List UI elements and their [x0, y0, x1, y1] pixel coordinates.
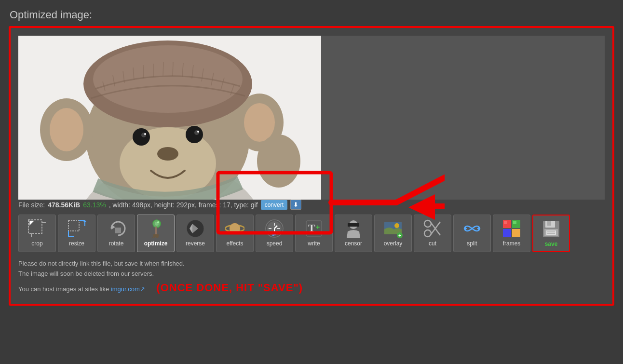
svg-point-13: [144, 133, 146, 135]
svg-line-55: [158, 237, 158, 238]
save-icon: [541, 218, 562, 240]
speed-tool[interactable]: speed: [256, 215, 293, 252]
svg-point-7: [244, 103, 275, 142]
reverse-tool[interactable]: reverse: [176, 215, 214, 252]
speed-icon: [264, 218, 285, 239]
svg-point-5: [50, 108, 83, 151]
reverse-icon: [185, 218, 206, 239]
file-size-green: 63.13%: [83, 201, 106, 209]
optimize-label: optimize: [144, 240, 168, 247]
svg-rect-91: [504, 221, 507, 224]
crop-tool[interactable]: crop: [18, 215, 56, 252]
convert-button[interactable]: convert: [261, 200, 287, 210]
svg-rect-90: [512, 229, 520, 237]
page-title: Optimized image:: [0, 0, 623, 26]
resize-icon: [66, 218, 87, 239]
frames-label: frames: [503, 240, 521, 247]
svg-line-26: [173, 62, 173, 76]
svg-point-18: [257, 135, 300, 188]
svg-line-25: [163, 62, 163, 76]
cut-tool[interactable]: cut: [414, 215, 451, 252]
frames-icon: [501, 218, 522, 239]
svg-point-14: [186, 126, 203, 143]
frames-tool[interactable]: frames: [493, 215, 530, 252]
file-size-value: 478.56KiB: [48, 201, 80, 209]
svg-point-11: [133, 128, 150, 146]
svg-text:+: +: [316, 223, 320, 231]
svg-line-52: [152, 237, 153, 238]
effects-label: effects: [226, 240, 243, 247]
file-info: File size: 478.56KiB 63.13% , width: 498…: [18, 200, 605, 210]
external-link-icon: ↗: [140, 285, 145, 293]
image-area: [18, 36, 605, 200]
main-container: File size: 478.56KiB 63.13% , width: 498…: [9, 26, 614, 306]
resize-label: resize: [69, 240, 84, 247]
svg-point-82: [424, 230, 431, 237]
svg-rect-75: [348, 223, 359, 227]
rotate-tool[interactable]: rotate: [97, 215, 135, 252]
split-label: split: [467, 240, 477, 247]
overlay-label: overlay: [384, 240, 403, 247]
overlay-tool[interactable]: + overlay: [374, 215, 412, 252]
resize-tool[interactable]: resize: [58, 215, 95, 252]
split-icon: [461, 218, 483, 239]
overlay-icon: +: [382, 218, 404, 239]
svg-point-17: [157, 147, 178, 161]
callout-text: (ONCE DONE, HIT "SAVE"): [156, 279, 303, 296]
svg-line-53: [154, 237, 155, 238]
svg-rect-97: [546, 230, 556, 235]
reverse-label: reverse: [186, 240, 205, 247]
footer-line2: The image will soon be deleted from our …: [18, 269, 605, 279]
svg-rect-39: [68, 220, 79, 231]
svg-point-49: [157, 221, 159, 223]
svg-line-23: [143, 65, 144, 78]
split-tool[interactable]: split: [453, 215, 491, 252]
svg-rect-46: [115, 228, 121, 233]
dark-area: [321, 36, 605, 200]
svg-text:T: T: [308, 222, 315, 234]
crop-label: crop: [31, 240, 42, 247]
save-label: save: [545, 241, 558, 247]
svg-point-78: [394, 223, 399, 228]
cut-label: cut: [429, 240, 436, 247]
svg-rect-95: [547, 221, 551, 226]
download-button[interactable]: ⬇: [290, 200, 301, 210]
censor-tool[interactable]: censor: [335, 215, 372, 252]
footer: Please do not directly link this file, b…: [18, 259, 605, 296]
svg-rect-51: [153, 234, 159, 237]
footer-line1: Please do not directly link this file, b…: [18, 259, 605, 269]
write-tool[interactable]: T + write: [295, 215, 333, 252]
svg-rect-89: [503, 229, 511, 237]
svg-marker-45: [111, 225, 115, 229]
svg-point-61: [230, 223, 240, 234]
cut-icon: [422, 218, 443, 239]
write-label: write: [308, 240, 320, 247]
imgur-link-text: imgur.com: [111, 285, 140, 293]
optimize-icon: [145, 218, 166, 239]
effects-icon: [224, 218, 245, 239]
svg-text:+: +: [398, 232, 401, 238]
svg-point-81: [424, 220, 431, 227]
monkey-image: [18, 36, 321, 200]
file-details: , width: 498px, height: 292px, frames: 1…: [109, 201, 258, 209]
svg-point-16: [197, 131, 199, 133]
footer-line3-pre: You can host images at sites like: [18, 285, 111, 293]
svg-point-9: [93, 45, 243, 113]
rotate-icon: [106, 218, 127, 239]
optimize-tool[interactable]: optimize: [137, 215, 175, 252]
censor-icon: [343, 218, 364, 239]
crop-icon: [27, 218, 48, 239]
effects-tool[interactable]: effects: [216, 215, 254, 252]
svg-rect-92: [513, 221, 516, 224]
toolbar: crop resize rotate: [18, 215, 605, 252]
rotate-label: rotate: [109, 240, 124, 247]
svg-marker-38: [29, 221, 34, 226]
censor-label: censor: [345, 240, 362, 247]
write-icon: T +: [303, 218, 325, 239]
save-tool[interactable]: save: [532, 215, 570, 252]
imgur-link[interactable]: imgur.com↗: [111, 285, 147, 293]
speed-label: speed: [267, 240, 283, 247]
file-size-label: File size:: [18, 201, 45, 209]
